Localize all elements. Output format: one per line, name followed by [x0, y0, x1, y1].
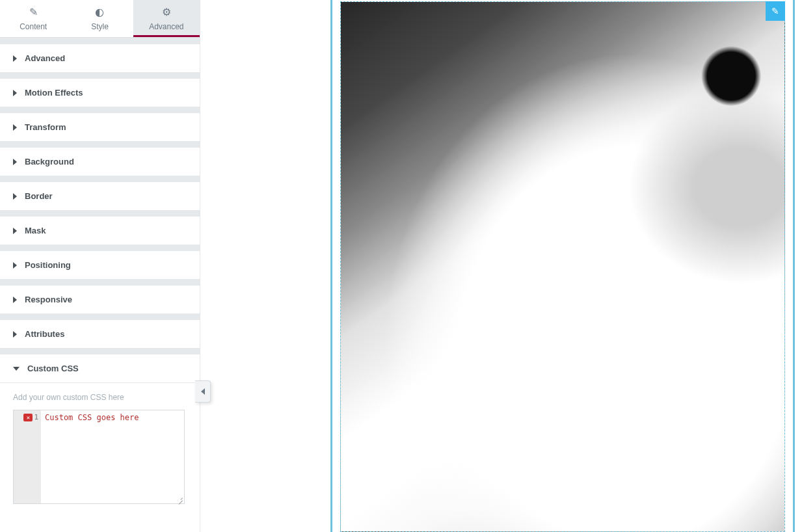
- section-mask-label: Mask: [25, 226, 46, 235]
- section-positioning[interactable]: Positioning: [0, 251, 200, 279]
- line-number: 1: [34, 413, 38, 421]
- tab-content[interactable]: ✎ Content: [0, 0, 66, 37]
- collapse-panel-button[interactable]: [195, 380, 211, 403]
- pencil-icon: ✎: [771, 6, 779, 16]
- tab-advanced-label: Advanced: [149, 22, 183, 31]
- chevron-left-icon: [201, 388, 205, 395]
- section-background-label: Background: [25, 157, 74, 166]
- pencil-icon: ✎: [29, 6, 38, 18]
- tab-style[interactable]: ◐ Style: [66, 0, 133, 37]
- section-custom-css[interactable]: Custom CSS: [0, 354, 200, 382]
- edit-element-button[interactable]: ✎: [766, 1, 785, 21]
- tab-content-label: Content: [20, 22, 47, 31]
- custom-css-editor[interactable]: ✕ 1 Custom CSS goes here: [13, 410, 185, 504]
- editor-sidebar: ✎ Content ◐ Style ⚙ Advanced Advanced Mo…: [0, 0, 200, 532]
- custom-css-body: Add your own custom CSS here ✕ 1 Custom …: [0, 382, 200, 517]
- code-input[interactable]: Custom CSS goes here: [41, 410, 184, 503]
- section-positioning-label: Positioning: [25, 260, 71, 270]
- tab-style-label: Style: [91, 22, 109, 31]
- image-widget[interactable]: [340, 1, 785, 532]
- section-advanced-label: Advanced: [25, 53, 65, 63]
- caret-right-icon: [13, 90, 17, 96]
- section-advanced[interactable]: Advanced: [0, 44, 200, 72]
- caret-right-icon: [13, 297, 17, 303]
- section-attributes[interactable]: Attributes: [0, 320, 200, 348]
- caret-right-icon: [13, 193, 17, 200]
- section-responsive[interactable]: Responsive: [0, 286, 200, 313]
- section-motion-effects[interactable]: Motion Effects: [0, 79, 200, 107]
- caret-down-icon: [13, 367, 20, 371]
- caret-right-icon: [13, 331, 17, 338]
- section-border-label: Border: [25, 191, 53, 201]
- section-transform[interactable]: Transform: [0, 113, 200, 141]
- preview-canvas: ✎: [330, 0, 795, 532]
- caret-right-icon: [13, 228, 17, 234]
- section-background[interactable]: Background: [0, 148, 200, 176]
- section-mask[interactable]: Mask: [0, 217, 200, 245]
- section-attributes-label: Attributes: [25, 329, 64, 339]
- tab-advanced[interactable]: ⚙ Advanced: [133, 0, 200, 37]
- resize-handle-icon[interactable]: [176, 496, 183, 502]
- caret-right-icon: [13, 159, 17, 165]
- section-responsive-label: Responsive: [25, 295, 72, 304]
- preview-image: [341, 2, 784, 531]
- caret-right-icon: [13, 262, 17, 269]
- editor-gutter: ✕ 1: [14, 410, 41, 503]
- caret-right-icon: [13, 55, 17, 62]
- section-motion-effects-label: Motion Effects: [25, 88, 83, 98]
- section-transform-label: Transform: [25, 122, 66, 132]
- selected-column-frame[interactable]: ✎: [330, 0, 795, 532]
- section-border[interactable]: Border: [0, 182, 200, 210]
- gear-icon: ⚙: [162, 6, 171, 18]
- error-marker-icon: ✕: [23, 414, 33, 421]
- tabs: ✎ Content ◐ Style ⚙ Advanced: [0, 0, 200, 38]
- custom-css-help: Add your own custom CSS here: [13, 393, 187, 402]
- contrast-icon: ◐: [95, 6, 104, 18]
- caret-right-icon: [13, 124, 17, 131]
- section-custom-css-label: Custom CSS: [27, 364, 79, 373]
